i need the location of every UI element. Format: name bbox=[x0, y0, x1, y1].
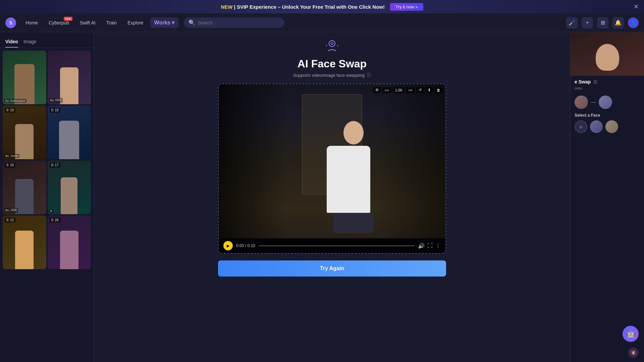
gallery-grid: By: lindiangaia By: 阿阿 0: 10 By: Stelle … bbox=[0, 48, 94, 272]
gallery-item[interactable]: 0: 10 bbox=[48, 106, 91, 159]
banner-try-btn[interactable]: Try it now » bbox=[390, 3, 423, 11]
video-frame bbox=[219, 84, 445, 238]
content-area: AI Face Swap Supports video/image face-s… bbox=[94, 32, 570, 362]
speed-value[interactable]: 1.00 bbox=[393, 87, 405, 93]
grid-icon-btn[interactable]: ⊞ bbox=[597, 17, 608, 28]
gallery-item[interactable]: 0: 17 B bbox=[48, 161, 91, 214]
fullscreen-btn[interactable]: ⛶ bbox=[427, 243, 433, 249]
nav-right: 🖌️ ＋ ⊞ 🔔 👤 bbox=[566, 17, 639, 28]
help-icon[interactable]: ⓘ bbox=[367, 72, 371, 78]
video-controls-right: 🔊 ⛶ ⋮ bbox=[418, 243, 441, 249]
gallery-credit: By: lindiangaia bbox=[4, 99, 26, 103]
sidebar-item-explore[interactable]: Explore bbox=[123, 18, 147, 27]
gallery-badge: 0: 26 bbox=[50, 218, 60, 223]
video-container: ⚙ << 1.00 >> ↺ ⬇ 🗑 bbox=[218, 83, 446, 254]
face-swap-sources: ✕ — bbox=[571, 93, 644, 112]
plus-icon-btn[interactable]: ＋ bbox=[582, 17, 593, 28]
play-button[interactable]: ▶ bbox=[223, 241, 233, 250]
refresh-icon-btn[interactable]: ↺ bbox=[416, 87, 424, 93]
target-face-thumb[interactable] bbox=[599, 96, 612, 109]
banner-text: NEW | SVIP Experience – Unlock Your Free… bbox=[221, 4, 385, 10]
source-face-thumb[interactable]: ✕ bbox=[575, 96, 588, 109]
sidebar-item-home[interactable]: Home bbox=[21, 18, 42, 27]
right-panel-sub: cess bbox=[571, 86, 644, 93]
svg-point-1 bbox=[331, 43, 333, 45]
chevron-down-icon: ▾ bbox=[172, 19, 174, 26]
banner-close-btn[interactable]: ✕ bbox=[634, 3, 639, 10]
sidebar-item-swift-ai[interactable]: Swift AI bbox=[76, 18, 100, 27]
works-label: Works bbox=[154, 20, 171, 26]
face-swap-icon bbox=[325, 39, 339, 55]
right-panel-title: e Swap ⓘ bbox=[571, 76, 644, 86]
brush-icon-btn[interactable]: 🖌️ bbox=[566, 17, 578, 28]
ai-assistant-btn[interactable]: 🤖 bbox=[623, 326, 639, 342]
gallery-item[interactable]: 0: 12 bbox=[3, 216, 46, 269]
face-preview-box bbox=[571, 32, 644, 76]
gallery-credit: By: 阿阿 bbox=[4, 208, 18, 213]
navbar: S Home Cyberpub New Swift AI Train Explo… bbox=[0, 13, 644, 32]
search-icon: 🔍 bbox=[189, 19, 195, 26]
help-icon-right[interactable]: ⓘ bbox=[593, 80, 597, 84]
remove-source-face-btn[interactable]: ✕ bbox=[584, 96, 588, 100]
progress-bar[interactable] bbox=[259, 245, 415, 246]
main-layout: Video Image By: lindiangaia By: 阿阿 0: 10 bbox=[0, 32, 644, 362]
download-btn[interactable]: ⬇ bbox=[425, 87, 433, 93]
gallery-credit: B bbox=[49, 209, 54, 213]
add-face-button[interactable]: ＋ bbox=[575, 120, 587, 133]
gallery-credit: By: Stelle bbox=[4, 154, 19, 158]
sidebar-item-train[interactable]: Train bbox=[102, 18, 121, 27]
video-controls: ▶ 0:00 / 0:10 🔊 ⛶ ⋮ bbox=[219, 238, 445, 253]
volume-btn[interactable]: 🔊 bbox=[418, 243, 425, 249]
gallery-badge: 0: 10 bbox=[5, 108, 15, 113]
gallery-badge: 0: 10 bbox=[50, 108, 60, 113]
gallery-badge: 0: 12 bbox=[5, 218, 15, 223]
sidebar-item-works[interactable]: Works ▾ bbox=[150, 17, 179, 28]
forward-btn[interactable]: >> bbox=[406, 87, 415, 93]
video-time: 0:00 / 0:10 bbox=[236, 243, 255, 248]
settings-btn[interactable]: ⚙ bbox=[373, 87, 381, 93]
gallery-badge: 0: 10 bbox=[5, 163, 15, 168]
tab-video[interactable]: Video bbox=[5, 36, 18, 48]
nav-logo[interactable]: S bbox=[5, 17, 16, 28]
sidebar-item-cyberpub[interactable]: Cyberpub New bbox=[45, 18, 73, 27]
arrow-icon: — bbox=[591, 99, 596, 105]
avatar[interactable]: 👤 bbox=[628, 17, 639, 28]
tab-image[interactable]: Image bbox=[23, 36, 37, 48]
select-face-label: Select a Face bbox=[571, 112, 644, 120]
gallery-credit: By: 阿阿 bbox=[49, 98, 63, 103]
search-bar[interactable]: 🔍 bbox=[184, 17, 284, 28]
new-badge: New bbox=[64, 17, 72, 21]
gallery-item[interactable]: 0: 26 bbox=[48, 216, 91, 269]
gallery-badge: 0: 17 bbox=[50, 163, 60, 168]
tool-header: AI Face Swap Supports video/image face-s… bbox=[293, 39, 371, 78]
sound-btn[interactable]: 🔇 bbox=[628, 347, 639, 358]
right-panel: e Swap ⓘ cess ✕ — Select a Face ＋ bbox=[570, 32, 644, 362]
banner: NEW | SVIP Experience – Unlock Your Free… bbox=[0, 0, 644, 13]
svg-point-0 bbox=[329, 41, 335, 47]
gallery-item[interactable]: By: 阿阿 bbox=[48, 51, 91, 104]
face-option-1[interactable] bbox=[590, 120, 603, 133]
sidebar-tabs: Video Image bbox=[0, 32, 94, 48]
gallery-item[interactable]: 0: 10 By: Stelle bbox=[3, 106, 46, 159]
more-options-btn[interactable]: ⋮ bbox=[435, 243, 441, 249]
speed-btn[interactable]: << bbox=[382, 87, 391, 93]
page-title: AI Face Swap bbox=[298, 58, 367, 70]
face-select-row: ＋ bbox=[571, 120, 644, 133]
face-option-2[interactable] bbox=[605, 120, 618, 133]
gallery-item[interactable]: By: lindiangaia bbox=[3, 51, 46, 104]
sidebar: Video Image By: lindiangaia By: 阿阿 0: 10 bbox=[0, 32, 94, 362]
bell-icon-btn[interactable]: 🔔 bbox=[612, 17, 624, 28]
video-top-bar: ⚙ << 1.00 >> ↺ ⬇ 🗑 bbox=[373, 87, 443, 93]
delete-btn[interactable]: 🗑 bbox=[434, 87, 443, 93]
try-again-button[interactable]: Try Again bbox=[218, 260, 446, 277]
tool-subtitle: Supports video/image face-swapping ⓘ bbox=[293, 72, 371, 78]
search-input[interactable] bbox=[198, 20, 280, 25]
gallery-item[interactable]: 0: 10 By: 阿阿 bbox=[3, 161, 46, 214]
